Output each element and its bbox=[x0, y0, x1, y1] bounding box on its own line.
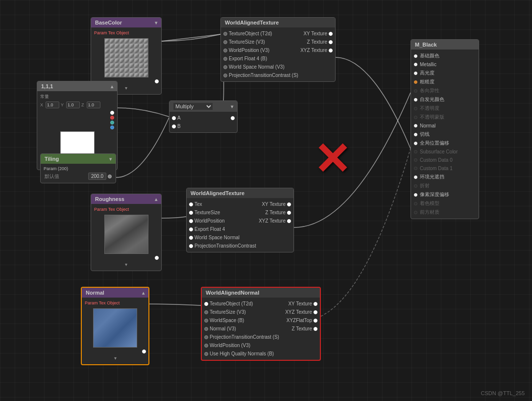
mat-tangent-pin[interactable] bbox=[414, 133, 417, 136]
mat-normal-pin[interactable] bbox=[414, 124, 417, 127]
constant-collapse[interactable]: ▴ bbox=[111, 84, 113, 89]
wat-mid-row-2: WorldPosition XYZ Texture bbox=[187, 217, 293, 225]
mat-roughness-pin[interactable] bbox=[414, 80, 417, 84]
mat-pixeldepth-pin[interactable] bbox=[414, 193, 417, 197]
tiling-default-label: 默认值 bbox=[45, 173, 88, 180]
wat-top-xyz-pin[interactable] bbox=[329, 49, 333, 52]
wan-worldspace-pin[interactable] bbox=[204, 319, 208, 323]
multiply-a-pin[interactable] bbox=[172, 116, 176, 120]
wat-mid-xy-pin[interactable] bbox=[287, 202, 291, 206]
wat-mid-xyz-pin[interactable] bbox=[287, 219, 291, 223]
material-header: M_Black bbox=[411, 40, 479, 50]
wan-texsize-pin[interactable] bbox=[204, 310, 208, 314]
wat-top-z-pin[interactable] bbox=[329, 40, 333, 44]
multiply-body: A B bbox=[169, 112, 237, 132]
wat-top-row-1: TextureSize (V3) Z Texture bbox=[221, 38, 335, 46]
wat-top-wsn-pin[interactable] bbox=[223, 65, 227, 69]
mat-metallic-pin[interactable] bbox=[414, 63, 417, 66]
mat-basecolor-pin[interactable] bbox=[414, 54, 417, 58]
wat-mid-texsize-pin[interactable] bbox=[189, 211, 193, 215]
wat-mid-row-1: TextureSize Z Texture bbox=[187, 208, 293, 217]
constant-y-input[interactable] bbox=[66, 101, 80, 108]
mat-emissive-pin[interactable] bbox=[414, 98, 417, 101]
mat-row-basecolor: 基础颜色 bbox=[411, 51, 479, 60]
mat-opacity-pin[interactable] bbox=[414, 107, 417, 110]
multiply-b-pin[interactable] bbox=[172, 125, 176, 128]
mat-worldoffset-pin[interactable] bbox=[414, 142, 417, 145]
node-roughness: Roughness ▴ Param Tex Object ▾ bbox=[91, 194, 162, 271]
wan-hqn-pin[interactable] bbox=[204, 352, 208, 356]
constant-blue-pin[interactable] bbox=[110, 125, 114, 129]
wat-mid-row-4: World Space Normal bbox=[187, 233, 293, 242]
tiling-collapse[interactable]: ▾ bbox=[109, 156, 112, 162]
wat-top-ptc-pin[interactable] bbox=[223, 74, 227, 77]
wat-top-tex-pin[interactable] bbox=[223, 32, 227, 36]
constant-z-input[interactable] bbox=[87, 101, 100, 108]
normal-thumbnail bbox=[93, 308, 137, 348]
constant-white-pin[interactable] bbox=[110, 111, 114, 115]
multiply-type-select[interactable]: Multiply bbox=[173, 103, 213, 110]
multiply-out-pin[interactable] bbox=[231, 116, 235, 120]
wat-top-row-0: TextureObject (T2d) XY Texture bbox=[221, 29, 335, 38]
node-tiling: Tiling ▾ Param (200) 默认值 200.0 bbox=[40, 153, 116, 183]
wat-top-title: WorldAlignedTexture bbox=[225, 20, 279, 25]
roughness-body: Param Tex Object ▾ bbox=[91, 204, 161, 271]
multiply-a-label: A bbox=[177, 115, 181, 121]
wat-top-texsize-pin[interactable] bbox=[223, 40, 227, 44]
wat-top-export-pin[interactable] bbox=[223, 57, 227, 61]
constant-red-pin[interactable] bbox=[110, 116, 114, 120]
wan-xyzflat-pin[interactable] bbox=[314, 319, 317, 323]
multiply-collapse[interactable]: ▾ bbox=[231, 104, 233, 109]
wan-z-pin[interactable] bbox=[314, 327, 317, 331]
wat-mid-tex-pin[interactable] bbox=[189, 202, 193, 206]
mat-row-customdata0: Custom Data 0 bbox=[411, 156, 479, 164]
roughness-collapse[interactable]: ▴ bbox=[155, 197, 157, 202]
watermark: CSDN @TTL_255 bbox=[481, 390, 525, 396]
basecolor-output-pin[interactable] bbox=[155, 79, 159, 83]
mat-subsurface-pin[interactable] bbox=[414, 150, 417, 153]
mat-customdata0-pin[interactable] bbox=[414, 158, 417, 162]
basecolor-collapse[interactable]: ▾ bbox=[155, 20, 157, 25]
wan-row-2: WorldSpace (B) XYZFlatTop bbox=[202, 316, 320, 325]
constant-green-pin[interactable] bbox=[110, 121, 114, 125]
basecolor-title: BaseColor bbox=[95, 20, 122, 25]
mat-refraction-pin[interactable] bbox=[414, 184, 417, 188]
mat-aniso-pin[interactable] bbox=[414, 89, 417, 93]
wat-mid-header: WorldAlignedTexture bbox=[187, 188, 293, 198]
wat-mid-z-pin[interactable] bbox=[287, 211, 291, 215]
roughness-output-pin[interactable] bbox=[155, 256, 159, 260]
wat-mid-wsn-pin[interactable] bbox=[189, 236, 193, 240]
wan-header: WorldAlignedNormal bbox=[202, 288, 320, 298]
node-multiply: Multiply ▾ A B bbox=[169, 100, 238, 133]
tiling-header: Tiling ▾ bbox=[41, 154, 116, 164]
mat-frontmaterial-pin[interactable] bbox=[414, 211, 417, 214]
mat-opacitymask-pin[interactable] bbox=[414, 116, 417, 119]
mat-row-ao: 环境光遮挡 bbox=[411, 173, 479, 181]
normal-output-pin[interactable] bbox=[142, 350, 146, 353]
wan-texobj-pin[interactable] bbox=[204, 302, 208, 306]
mat-shadingmodel-pin[interactable] bbox=[414, 202, 417, 205]
wat-top-worldpos-pin[interactable] bbox=[223, 49, 227, 52]
wan-normal-pin[interactable] bbox=[204, 327, 208, 331]
normal-collapse[interactable]: ▴ bbox=[142, 290, 145, 296]
wan-ptc-pin[interactable] bbox=[204, 335, 208, 339]
constant-x-input[interactable] bbox=[46, 101, 59, 108]
wan-xy-pin[interactable] bbox=[314, 302, 317, 306]
wan-row-5: WorldPosition (V3) bbox=[202, 341, 320, 350]
wan-worldpos-pin[interactable] bbox=[204, 344, 208, 348]
mat-customdata1-pin[interactable] bbox=[414, 167, 417, 170]
wan-xyz-pin[interactable] bbox=[314, 310, 317, 314]
wat-mid-row-0: Tex XY Texture bbox=[187, 200, 293, 208]
roughness-title: Roughness bbox=[95, 196, 124, 202]
mat-specular-pin[interactable] bbox=[414, 72, 417, 75]
mat-ao-pin[interactable] bbox=[414, 175, 417, 179]
wat-top-xy-pin[interactable] bbox=[329, 32, 333, 36]
wat-mid-export-pin[interactable] bbox=[189, 227, 193, 231]
wat-mid-ptc-pin[interactable] bbox=[189, 244, 193, 248]
tiling-output-pin[interactable] bbox=[108, 175, 112, 178]
constant-z-label: Z bbox=[81, 102, 84, 107]
mat-row-anisotropy: 各向异性 bbox=[411, 86, 479, 95]
wat-top-row-2: WorldPosition (V3) XYZ Texture bbox=[221, 46, 335, 54]
wat-mid-worldpos-pin[interactable] bbox=[189, 219, 193, 223]
wat-top-row-5: ProjectionTransitionContrast (S) bbox=[221, 71, 335, 79]
